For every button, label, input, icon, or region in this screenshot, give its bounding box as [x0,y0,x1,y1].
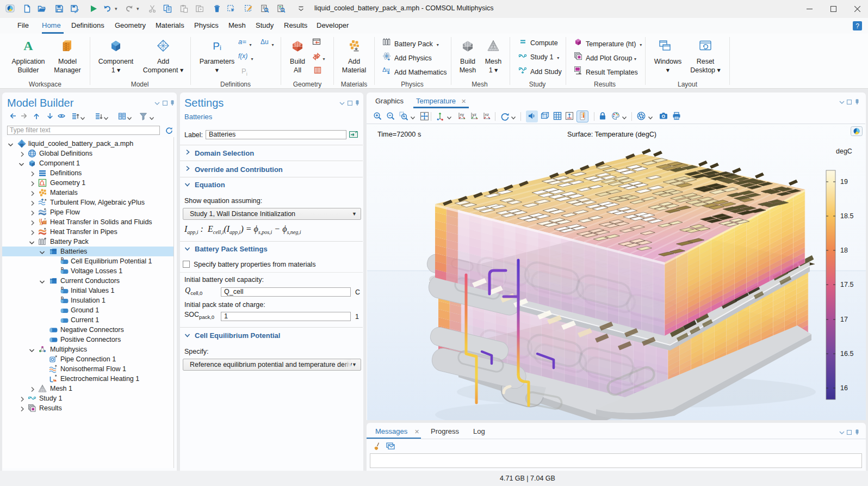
svg-text:yz: yz [473,112,477,117]
svg-text:17: 17 [840,316,848,323]
svg-text:D: D [61,257,64,261]
svg-text:xz: xz [485,112,489,117]
svg-text:16: 16 [840,384,848,392]
svg-text:Δu: Δu [261,38,269,46]
svg-text:f(x): f(x) [238,52,247,60]
svg-text:D: D [61,267,64,270]
svg-text:16.5: 16.5 [840,350,853,358]
svg-text:A: A [23,39,33,52]
svg-text:degC: degC [836,147,852,155]
svg-text:19: 19 [840,178,848,186]
svg-text:xy: xy [460,112,464,117]
svg-text:?: ? [855,22,859,30]
svg-text:Pi: Pi [213,40,221,52]
svg-text:18.5: 18.5 [840,212,853,220]
svg-text:D: D [61,296,64,300]
svg-text:D: D [61,286,64,290]
svg-text:17.5: 17.5 [840,281,853,288]
svg-text:a=: a= [238,38,246,46]
svg-text:18: 18 [840,247,848,254]
